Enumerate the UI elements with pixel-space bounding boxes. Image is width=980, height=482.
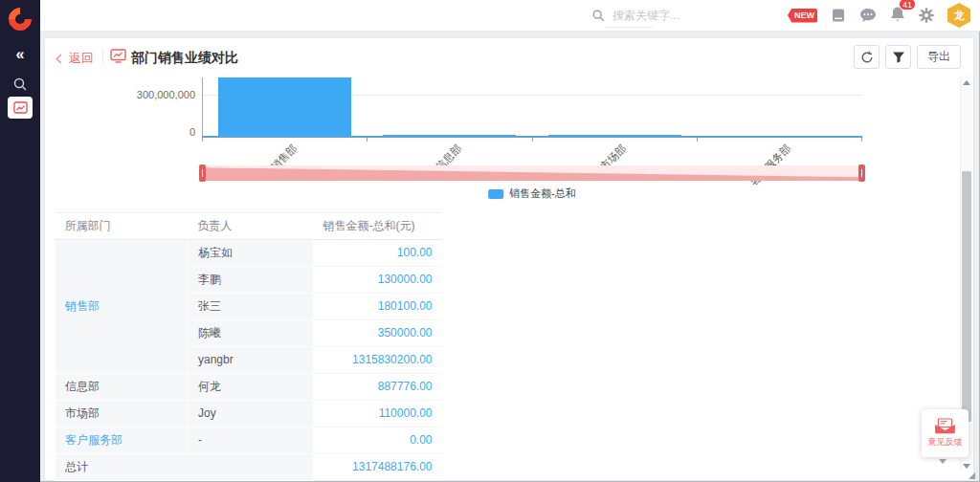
back-button[interactable]: 返回 [57, 50, 94, 67]
refresh-button[interactable] [854, 45, 880, 69]
scroll-down-arrow-icon[interactable] [963, 464, 970, 469]
table-header-row: 所属部门 负责人 销售金额-总和(元) [56, 213, 442, 240]
amount-cell[interactable]: 0.00 [314, 427, 442, 454]
person-cell: - [189, 427, 314, 454]
table-row: 总计1317488176.00 [56, 454, 442, 481]
avatar[interactable]: 龙 [947, 3, 970, 28]
report-card: 返回 部门销售业绩对比 导出 300,000,000 0 销售部 信息部 [45, 38, 973, 480]
legend-label: 销售金额-总和 [509, 186, 576, 201]
person-cell: 何龙 [189, 374, 314, 401]
envelope-icon [934, 418, 956, 434]
report-type-icon [110, 49, 126, 67]
datazoom-preview [202, 165, 862, 181]
table-body: 销售部杨宝如100.00李鹏130000.00张三180100.00陈曦3500… [56, 240, 442, 481]
dept-cell[interactable]: 销售部 [56, 240, 189, 374]
amount-cell[interactable]: 180100.00 [314, 294, 442, 320]
data-table: 所属部门 负责人 销售金额-总和(元) 销售部杨宝如100.00李鹏130000… [55, 212, 442, 481]
x-axis-tick [202, 138, 203, 142]
y-axis-tick-label: 300,000,000 [98, 89, 195, 100]
chevron-left-icon [56, 55, 66, 64]
legend-item[interactable]: 销售金额-总和 [488, 186, 576, 201]
notifications[interactable]: 41 [890, 6, 905, 26]
table-row: 信息部何龙887776.00 [56, 374, 442, 401]
table-row: 市场部Joy110000.00 [56, 401, 442, 427]
col-header-person: 负责人 [189, 213, 314, 240]
col-header-dept: 所属部门 [56, 213, 189, 240]
x-axis-tick [367, 138, 368, 142]
feedback-label: 意见反馈 [928, 436, 963, 449]
refresh-icon [860, 51, 874, 64]
search-icon [591, 9, 605, 22]
person-cell: 李鹏 [189, 267, 314, 294]
person-cell: 杨宝如 [189, 240, 314, 267]
datazoom-slider[interactable] [202, 165, 862, 181]
dept-cell: 总计 [56, 454, 314, 481]
table-row: 客户服务部-0.00 [56, 427, 442, 454]
scroll-up-arrow-icon[interactable] [963, 80, 970, 85]
sidebar-item-bi-report[interactable] [8, 97, 33, 119]
x-axis-tick [532, 138, 533, 142]
corner-resize-grip [969, 472, 975, 479]
gear-icon[interactable] [919, 8, 934, 23]
page-title: 部门销售业绩对比 [131, 50, 238, 67]
datazoom-left-handle[interactable] [199, 164, 206, 182]
chat-icon[interactable] [859, 8, 877, 23]
bar-销售部[interactable] [218, 77, 351, 136]
dept-cell: 信息部 [56, 374, 189, 401]
y-axis-line [202, 77, 203, 137]
filter-button[interactable] [885, 45, 911, 69]
amount-cell[interactable]: 110000.00 [314, 401, 442, 427]
header-divider [102, 49, 103, 64]
app-window: « NEW 41 龙 返回 [0, 0, 980, 482]
person-cell: 陈曦 [189, 320, 314, 347]
sidebar-search-icon[interactable] [12, 77, 28, 96]
person-cell: yangbr [189, 347, 314, 374]
amount-cell[interactable]: 1317488176.00 [314, 454, 442, 481]
new-badge[interactable]: NEW [788, 9, 817, 23]
col-header-amount: 销售金额-总和(元) [314, 213, 442, 240]
brand-logo-icon[interactable] [4, 3, 36, 35]
search-underline [605, 27, 653, 28]
x-axis-tick [697, 138, 698, 142]
x-axis-tick [861, 138, 862, 142]
amount-cell[interactable]: 350000.00 [314, 320, 442, 347]
export-button[interactable]: 导出 [917, 45, 961, 69]
back-label: 返回 [69, 50, 94, 67]
amount-cell[interactable]: 887776.00 [314, 374, 442, 401]
amount-cell[interactable]: 1315830200.00 [314, 347, 442, 374]
sidebar: « [0, 0, 40, 482]
notification-count-badge: 41 [899, 0, 916, 11]
dept-cell: 市场部 [56, 401, 189, 427]
datazoom-right-handle[interactable] [858, 164, 865, 182]
topbar: NEW 41 龙 [40, 0, 980, 32]
y-axis-tick-label: 0 [98, 126, 195, 138]
scrollbar-thumb[interactable] [962, 171, 971, 422]
dept-cell[interactable]: 客户服务部 [56, 427, 189, 454]
feedback-collapse-arrow[interactable] [939, 459, 947, 464]
person-cell: Joy [189, 401, 314, 427]
notebook-icon[interactable] [831, 8, 846, 23]
table-row: 销售部杨宝如100.00 [56, 240, 442, 267]
search-input[interactable] [612, 9, 746, 22]
legend-swatch [488, 189, 503, 199]
filter-icon [892, 51, 905, 64]
person-cell: 张三 [189, 294, 314, 320]
amount-cell[interactable]: 100.00 [314, 240, 442, 267]
sidebar-collapse-button[interactable]: « [0, 46, 40, 63]
amount-cell[interactable]: 130000.00 [314, 267, 442, 294]
chart-report-icon [13, 101, 28, 114]
feedback-button[interactable]: 意见反馈 [922, 409, 969, 457]
